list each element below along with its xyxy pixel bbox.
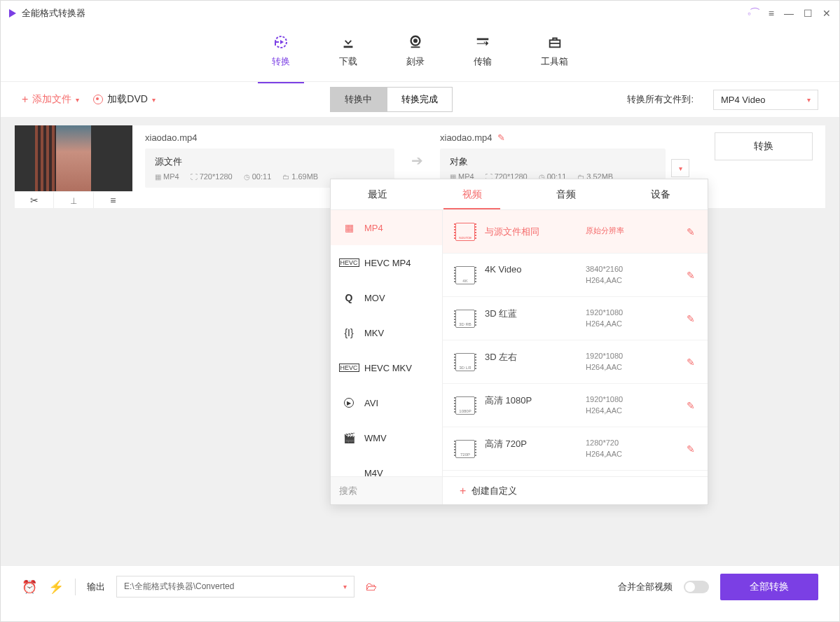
video-thumbnail[interactable] — [15, 125, 132, 191]
titlebar: 全能格式转换器 ◦⁀ ≡ — ☐ ✕ — [1, 1, 839, 26]
format-item-avi[interactable]: ▶AVI — [331, 385, 442, 420]
preset-icon: source — [455, 223, 475, 241]
chevron-down-icon: ▾ — [807, 96, 811, 104]
open-folder-icon[interactable]: 🗁 — [366, 581, 377, 593]
chevron-down-icon: ▾ — [76, 96, 79, 104]
toolbox-icon — [546, 33, 564, 51]
folder-icon: 🗀 — [282, 173, 289, 181]
app-title: 全能格式转换器 — [22, 7, 85, 20]
src-duration: ◷00:11 — [244, 172, 272, 181]
format-item-mp4[interactable]: ▦MP4 — [331, 210, 442, 245]
svg-rect-4 — [411, 46, 420, 48]
main-nav: 转换 下载 刻录 传输 工具箱 — [1, 26, 839, 82]
format-item-m4v[interactable]: M4V — [331, 455, 442, 476]
src-format: ▦MP4 — [155, 172, 179, 181]
format-item-hevc-mp4[interactable]: HEVCHEVC MP4 — [331, 245, 442, 280]
preset-icon: 3D RB — [455, 310, 475, 328]
convert-all-button[interactable]: 全部转换 — [720, 574, 818, 600]
search-input[interactable]: 搜索 — [331, 477, 443, 504]
create-custom-button[interactable]: + 创建自定义 — [443, 485, 708, 497]
source-filename: xiaodao.mp4 — [145, 132, 394, 143]
format-item-mkv[interactable]: {I}MKV — [331, 315, 442, 350]
preset-item[interactable]: 4K4K Video3840*2160H264,AAC✎ — [443, 254, 708, 297]
preset-item[interactable]: 1080P高清 1080P1920*1080H264,AAC✎ — [443, 384, 708, 427]
speed-icon[interactable]: ⚡ — [48, 579, 64, 595]
format-icon: {I} — [342, 327, 356, 338]
svg-point-3 — [414, 39, 417, 42]
nav-download[interactable]: 下载 — [339, 33, 357, 75]
nav-convert[interactable]: 转换 — [272, 33, 290, 75]
toolbar: + 添加文件 ▾ 加载DVD ▾ 转换中 转换完成 转换所有文件到: MP4 V… — [1, 82, 839, 117]
edit-preset-icon[interactable]: ✎ — [687, 443, 695, 455]
target-format-dropdown[interactable]: ▾ — [671, 159, 689, 177]
preset-item[interactable]: 3D RB3D 红蓝1920*1080H264,AAC✎ — [443, 297, 708, 340]
app-logo-icon — [9, 9, 16, 18]
footer: ⏰ ⚡ 输出 E:\全能格式转换器\Converted ▾ 🗁 合并全部视频 全… — [1, 565, 839, 607]
arrow-right-icon: ➔ — [408, 152, 426, 169]
tab-converting[interactable]: 转换中 — [330, 87, 387, 112]
edit-preset-icon[interactable]: ✎ — [687, 313, 695, 324]
menu-icon[interactable]: ≡ — [769, 8, 774, 19]
crop-icon[interactable]: ⟂ — [54, 192, 93, 208]
alarm-icon[interactable]: ⏰ — [22, 579, 37, 595]
preset-list[interactable]: source与源文件相同原始分辨率✎4K4K Video3840*2160H26… — [443, 210, 708, 476]
format-icon: ▶ — [342, 397, 356, 408]
svg-rect-5 — [477, 38, 489, 40]
preset-item[interactable]: 3D LR3D 左右1920*1080H264,AAC✎ — [443, 340, 708, 384]
close-icon[interactable]: ✕ — [822, 8, 831, 19]
plus-icon: + — [22, 93, 28, 106]
format-item-wmv[interactable]: 🎬WMV — [331, 420, 442, 455]
preset-icon: 720P — [455, 440, 475, 458]
user-icon[interactable]: ◦⁀ — [748, 8, 759, 19]
merge-toggle[interactable] — [684, 581, 709, 593]
disc-icon — [93, 95, 103, 104]
minimize-icon[interactable]: — — [784, 8, 794, 19]
edit-preset-icon[interactable]: ✎ — [687, 400, 695, 411]
preset-item[interactable]: source与源文件相同原始分辨率✎ — [443, 210, 708, 254]
format-item-mov[interactable]: QMOV — [331, 280, 442, 315]
transfer-icon — [474, 33, 492, 51]
edit-name-icon[interactable]: ✎ — [497, 132, 505, 143]
maximize-icon[interactable]: ☐ — [804, 8, 813, 19]
format-icon: 🎬 — [342, 432, 356, 443]
content-area: ✂ ⟂ ≡ xiaodao.mp4 源文件 ▦MP4 ⛶720*1280 ◷00… — [1, 117, 839, 565]
load-dvd-button[interactable]: 加载DVD ▾ — [93, 93, 156, 106]
status-tabs: 转换中 转换完成 — [330, 87, 453, 112]
add-file-button[interactable]: + 添加文件 ▾ — [22, 93, 79, 106]
film-icon: ▦ — [155, 173, 161, 181]
convert-button[interactable]: 转换 — [715, 132, 813, 160]
tab-completed[interactable]: 转换完成 — [387, 87, 453, 112]
convert-all-to-label: 转换所有文件到: — [627, 93, 694, 106]
cut-icon[interactable]: ✂ — [15, 192, 54, 208]
format-icon: Q — [342, 292, 356, 303]
preset-item[interactable]: 720P高清 720P1280*720H264,AAC✎ — [443, 427, 708, 471]
download-icon — [339, 33, 357, 51]
preset-icon: 1080P — [455, 396, 475, 415]
preset-icon: 4K — [455, 266, 475, 284]
popup-tab-recent[interactable]: 最近 — [331, 179, 425, 209]
nav-toolbox[interactable]: 工具箱 — [541, 33, 568, 75]
format-item-hevc-mkv[interactable]: HEVCHEVC MKV — [331, 350, 442, 385]
format-icon — [342, 467, 356, 476]
format-icon: HEVC — [342, 257, 356, 268]
src-resolution: ⛶720*1280 — [191, 172, 233, 181]
edit-preset-icon[interactable]: ✎ — [687, 357, 695, 368]
convert-icon — [272, 33, 290, 51]
format-icon: ▦ — [342, 222, 356, 233]
edit-preset-icon[interactable]: ✎ — [687, 270, 695, 281]
svg-rect-1 — [344, 46, 353, 48]
adjust-icon[interactable]: ≡ — [94, 192, 132, 208]
format-select[interactable]: MP4 Video ▾ — [713, 90, 818, 110]
popup-tab-audio[interactable]: 音频 — [519, 179, 614, 209]
output-path-select[interactable]: E:\全能格式转换器\Converted ▾ — [116, 576, 354, 597]
plus-icon: + — [460, 485, 466, 497]
preset-icon: 3D LR — [455, 353, 475, 371]
merge-videos-label: 合并全部视频 — [618, 581, 673, 593]
popup-tab-video[interactable]: 视频 — [425, 179, 520, 209]
popup-tab-device[interactable]: 设备 — [614, 179, 708, 209]
src-size: 🗀1.69MB — [282, 172, 318, 181]
nav-transfer[interactable]: 传输 — [474, 33, 492, 75]
nav-burn[interactable]: 刻录 — [406, 33, 425, 75]
edit-preset-icon[interactable]: ✎ — [687, 226, 695, 237]
format-list[interactable]: ▦MP4HEVCHEVC MP4QMOV{I}MKVHEVCHEVC MKV▶A… — [331, 210, 443, 476]
